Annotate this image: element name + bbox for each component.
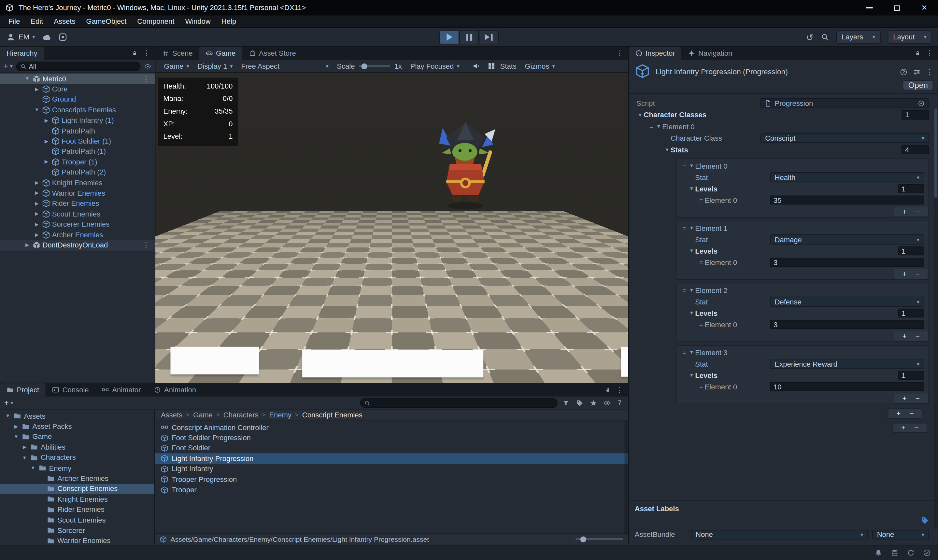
search-by-type-icon[interactable] [562, 399, 570, 406]
menu-file[interactable]: File [3, 17, 25, 26]
drag-handle-icon[interactable]: = [698, 383, 705, 390]
hierarchy-item[interactable]: PatrolPath [0, 126, 155, 136]
pause-button[interactable] [459, 30, 479, 44]
cache-server-icon[interactable] [891, 549, 899, 557]
source-control-icon[interactable] [58, 32, 67, 42]
stat-dropdown[interactable]: Health▾ [770, 172, 924, 182]
notifications-icon[interactable] [875, 549, 882, 557]
expand-arrow-icon[interactable]: ▶ [13, 423, 19, 429]
play-button[interactable] [439, 30, 459, 44]
play-focused-dropdown[interactable]: Play Focused▾ [407, 60, 463, 72]
tab-project[interactable]: Project [0, 383, 46, 396]
hierarchy-item[interactable]: ▶ Rider Enemies [0, 198, 155, 209]
folder-item[interactable]: Rider Enemies [0, 504, 154, 515]
hierarchy-item[interactable]: ▶ Light Infantry (1) [0, 115, 155, 126]
expand-arrow-icon[interactable]: ▼ [5, 414, 11, 419]
foldout-arrow-icon[interactable]: ▼ [688, 350, 695, 355]
tab-navigation[interactable]: Navigation [682, 46, 739, 60]
step-button[interactable] [479, 30, 499, 44]
hierarchy-item[interactable]: ▶ Trooper (1) [0, 157, 155, 167]
save-search-icon[interactable] [590, 399, 597, 406]
stat-dropdown[interactable]: Damage▾ [770, 234, 924, 244]
add-element-button[interactable]: + [903, 331, 907, 340]
minimize-button[interactable] [856, 0, 883, 15]
hierarchy-item[interactable]: PatrolPath (2) [0, 167, 155, 177]
expand-arrow-icon[interactable]: ▶ [22, 445, 27, 450]
level-value-field[interactable]: 3 [770, 257, 924, 267]
mute-audio-icon[interactable] [473, 62, 481, 70]
folder-item[interactable]: ▼Game [0, 432, 154, 442]
expand-arrow-icon[interactable]: ▼ [13, 434, 19, 440]
hierarchy-item[interactable]: ▶ Foot Soldier (1) [0, 136, 155, 146]
lock-icon[interactable] [915, 50, 920, 56]
folder-item[interactable]: Archer Enemies [0, 473, 154, 483]
game-display-mode-dropdown[interactable]: Game▾ [160, 60, 193, 72]
hierarchy-item[interactable]: ▶ Knight Enemies [0, 177, 155, 188]
drag-handle-icon[interactable]: = [681, 287, 688, 294]
script-object-field[interactable]: Progression [760, 98, 929, 108]
remove-element-button[interactable]: − [915, 269, 920, 278]
levels-size-field[interactable]: 1 [898, 184, 924, 193]
expand-arrow-icon[interactable]: ▶ [24, 243, 30, 248]
stats-size-field[interactable]: 4 [901, 145, 929, 154]
gizmos-dropdown[interactable]: Gizmos▾ [521, 60, 559, 72]
folder-item[interactable]: ▼Assets [0, 411, 154, 421]
tab-asset-store[interactable]: Asset Store [242, 46, 303, 60]
character-class-dropdown[interactable]: Conscript ▾ [760, 133, 929, 143]
help-icon[interactable] [899, 68, 907, 75]
label-tag-icon[interactable] [921, 516, 929, 524]
foldout-arrow-icon[interactable]: ▼ [688, 248, 695, 254]
kebab-menu-icon[interactable]: ⋮ [616, 386, 623, 394]
kebab-menu-icon[interactable]: ⋮ [926, 68, 933, 76]
drag-handle-icon[interactable]: = [681, 225, 688, 231]
file-list-scrollbar[interactable] [625, 420, 628, 533]
levels-size-field[interactable]: 1 [898, 246, 924, 255]
drag-handle-icon[interactable]: = [681, 349, 688, 356]
account-dropdown[interactable]: EM ▾ [6, 32, 35, 42]
folder-item[interactable]: Warrior Enemies [0, 535, 154, 544]
add-element-button[interactable]: + [903, 207, 907, 215]
levels-size-field[interactable]: 1 [898, 371, 924, 380]
game-viewport[interactable]: Health:100/100 Mana:0/0 Enemy:35/35 XP:0… [156, 73, 628, 383]
expand-arrow-icon[interactable]: ▼ [22, 455, 27, 460]
stats-button[interactable]: Stats [497, 60, 520, 72]
hierarchy-item[interactable]: ▼ Conscripts Enemies [0, 105, 155, 115]
drag-handle-icon[interactable]: = [648, 123, 655, 129]
file-item[interactable]: Trooper Progression [155, 474, 628, 485]
inspector-scrollbar[interactable] [935, 107, 937, 528]
kebab-menu-icon[interactable]: ⋮ [142, 241, 155, 249]
expand-arrow-icon[interactable]: ▼ [24, 76, 30, 82]
level-value-field[interactable]: 35 [770, 195, 924, 205]
hierarchy-search-input[interactable] [29, 63, 136, 70]
create-asset-button[interactable]: +▾ [4, 398, 13, 407]
stat-dropdown[interactable]: Experience Reward▾ [770, 359, 924, 369]
expand-arrow-icon[interactable]: ▶ [43, 138, 49, 144]
lock-icon[interactable] [605, 387, 611, 393]
level-value-field[interactable]: 10 [770, 382, 924, 391]
scene-picking-icon[interactable] [144, 63, 151, 70]
remove-element-button[interactable]: − [915, 394, 920, 402]
hierarchy-item-metric0[interactable]: ▼ Metric0 ⋮ [0, 74, 155, 84]
foldout-arrow-icon[interactable]: ▼ [688, 186, 695, 191]
object-picker-icon[interactable] [918, 100, 925, 107]
remove-class-button[interactable]: − [914, 423, 918, 432]
kebab-menu-icon[interactable]: ⋮ [926, 49, 933, 58]
world-ui-button[interactable] [621, 347, 628, 377]
undo-history-icon[interactable]: ↺ [806, 32, 813, 42]
foldout-arrow-icon[interactable]: ▼ [655, 124, 662, 129]
levels-size-field[interactable]: 1 [898, 308, 924, 317]
file-item-light-infantry-progression[interactable]: Light Infantry Progression [155, 454, 628, 464]
expand-arrow-icon[interactable]: ▶ [34, 232, 40, 238]
expand-arrow-icon[interactable]: ▶ [43, 159, 49, 165]
hierarchy-item[interactable]: ▶ Archer Enemies [0, 229, 155, 240]
drag-handle-icon[interactable]: = [698, 197, 705, 203]
file-item[interactable]: Conscript Animation Controller [155, 422, 628, 433]
cloud-services-icon[interactable] [42, 32, 51, 42]
kebab-menu-icon[interactable]: ⋮ [143, 49, 150, 58]
folder-item[interactable]: ▼Enemy [0, 463, 154, 473]
folder-item[interactable]: Sorcerer [0, 525, 154, 535]
add-class-button[interactable]: + [901, 423, 906, 432]
expand-arrow-icon[interactable]: ▶ [34, 87, 40, 92]
kebab-menu-icon[interactable]: ⋮ [616, 49, 623, 58]
menu-window[interactable]: Window [180, 17, 216, 26]
